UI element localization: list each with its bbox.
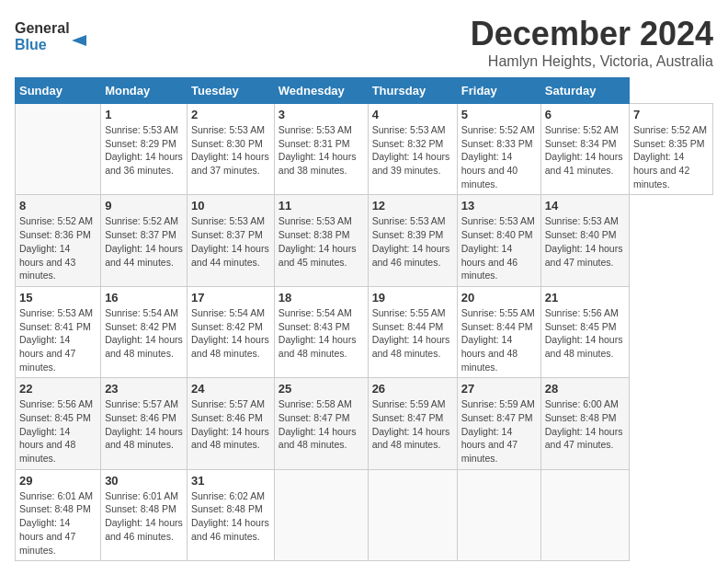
- calendar-cell: 26 Sunrise: 5:59 AM Sunset: 8:47 PM Dayl…: [368, 378, 457, 469]
- day-info: Sunrise: 5:56 AM Sunset: 8:45 PM Dayligh…: [19, 397, 97, 465]
- col-header-wednesday: Wednesday: [274, 78, 368, 104]
- day-info: Sunrise: 6:01 AM Sunset: 8:48 PM Dayligh…: [19, 489, 97, 557]
- calendar-cell: 5 Sunrise: 5:52 AM Sunset: 8:33 PM Dayli…: [457, 104, 540, 195]
- day-number: 20: [461, 291, 537, 304]
- day-info: Sunrise: 6:01 AM Sunset: 8:48 PM Dayligh…: [105, 489, 183, 544]
- calendar-cell: [540, 469, 629, 560]
- day-number: 14: [545, 199, 625, 213]
- day-number: 16: [105, 291, 183, 304]
- col-header-saturday: Saturday: [540, 78, 629, 104]
- day-info: Sunrise: 5:54 AM Sunset: 8:42 PM Dayligh…: [105, 306, 183, 361]
- calendar-cell: 27 Sunrise: 5:59 AM Sunset: 8:47 PM Dayl…: [457, 378, 540, 469]
- calendar-cell: 31 Sunrise: 6:02 AM Sunset: 8:48 PM Dayl…: [188, 469, 275, 560]
- day-number: 29: [19, 474, 97, 488]
- day-number: 7: [633, 108, 709, 121]
- calendar-cell: [16, 104, 101, 195]
- day-info: Sunrise: 5:53 AM Sunset: 8:41 PM Dayligh…: [19, 306, 97, 373]
- day-number: 17: [191, 291, 270, 304]
- calendar-week-1: 1 Sunrise: 5:53 AM Sunset: 8:29 PM Dayli…: [16, 104, 713, 195]
- calendar-cell: 22 Sunrise: 5:56 AM Sunset: 8:45 PM Dayl…: [16, 378, 101, 469]
- calendar-week-5: 29 Sunrise: 6:01 AM Sunset: 8:48 PM Dayl…: [16, 469, 713, 560]
- day-info: Sunrise: 5:59 AM Sunset: 8:47 PM Dayligh…: [461, 397, 537, 465]
- calendar-cell: 4 Sunrise: 5:53 AM Sunset: 8:32 PM Dayli…: [368, 104, 457, 195]
- calendar-cell: [368, 469, 457, 560]
- day-number: 2: [191, 108, 270, 121]
- day-info: Sunrise: 5:53 AM Sunset: 8:32 PM Dayligh…: [372, 123, 453, 178]
- day-info: Sunrise: 5:53 AM Sunset: 8:40 PM Dayligh…: [461, 214, 537, 282]
- day-info: Sunrise: 5:53 AM Sunset: 8:37 PM Dayligh…: [191, 214, 270, 269]
- day-info: Sunrise: 5:53 AM Sunset: 8:38 PM Dayligh…: [279, 214, 364, 269]
- day-info: Sunrise: 5:54 AM Sunset: 8:42 PM Dayligh…: [191, 306, 270, 361]
- day-info: Sunrise: 5:53 AM Sunset: 8:29 PM Dayligh…: [105, 123, 183, 178]
- day-number: 1: [105, 108, 183, 121]
- col-header-monday: Monday: [101, 78, 188, 104]
- calendar-cell: 6 Sunrise: 5:52 AM Sunset: 8:34 PM Dayli…: [540, 104, 629, 195]
- day-number: 13: [461, 199, 537, 213]
- day-info: Sunrise: 6:00 AM Sunset: 8:48 PM Dayligh…: [545, 397, 625, 452]
- calendar-cell: 23 Sunrise: 5:57 AM Sunset: 8:46 PM Dayl…: [101, 378, 188, 469]
- day-number: 18: [279, 291, 364, 304]
- day-number: 19: [372, 291, 453, 304]
- calendar-cell: 9 Sunrise: 5:52 AM Sunset: 8:37 PM Dayli…: [101, 195, 188, 286]
- svg-text:General: General: [15, 20, 70, 36]
- calendar-cell: [274, 469, 368, 560]
- calendar-cell: 10 Sunrise: 5:53 AM Sunset: 8:37 PM Dayl…: [188, 195, 275, 286]
- day-number: 26: [372, 382, 453, 396]
- day-info: Sunrise: 5:56 AM Sunset: 8:45 PM Dayligh…: [545, 306, 625, 361]
- calendar-cell: 7 Sunrise: 5:52 AM Sunset: 8:35 PM Dayli…: [629, 104, 712, 195]
- calendar-cell: 15 Sunrise: 5:53 AM Sunset: 8:41 PM Dayl…: [16, 286, 101, 377]
- day-info: Sunrise: 6:02 AM Sunset: 8:48 PM Dayligh…: [191, 489, 270, 544]
- day-number: 24: [191, 382, 270, 396]
- day-number: 5: [461, 108, 537, 121]
- day-number: 23: [105, 382, 183, 396]
- day-number: 21: [545, 291, 625, 304]
- calendar-cell: 3 Sunrise: 5:53 AM Sunset: 8:31 PM Dayli…: [274, 104, 368, 195]
- calendar-cell: 19 Sunrise: 5:55 AM Sunset: 8:44 PM Dayl…: [368, 286, 457, 377]
- col-header-thursday: Thursday: [368, 78, 457, 104]
- day-info: Sunrise: 5:52 AM Sunset: 8:34 PM Dayligh…: [545, 123, 625, 178]
- calendar-cell: 17 Sunrise: 5:54 AM Sunset: 8:42 PM Dayl…: [188, 286, 275, 377]
- calendar-cell: 20 Sunrise: 5:55 AM Sunset: 8:44 PM Dayl…: [457, 286, 540, 377]
- day-number: 28: [545, 382, 625, 396]
- calendar-cell: 8 Sunrise: 5:52 AM Sunset: 8:36 PM Dayli…: [16, 195, 101, 286]
- calendar-cell: 30 Sunrise: 6:01 AM Sunset: 8:48 PM Dayl…: [101, 469, 188, 560]
- calendar-cell: 12 Sunrise: 5:53 AM Sunset: 8:39 PM Dayl…: [368, 195, 457, 286]
- calendar-cell: 25 Sunrise: 5:58 AM Sunset: 8:47 PM Dayl…: [274, 378, 368, 469]
- calendar-week-3: 15 Sunrise: 5:53 AM Sunset: 8:41 PM Dayl…: [16, 286, 713, 377]
- day-info: Sunrise: 5:57 AM Sunset: 8:46 PM Dayligh…: [105, 397, 183, 452]
- logo: General Blue: [15, 15, 88, 60]
- day-info: Sunrise: 5:53 AM Sunset: 8:40 PM Dayligh…: [545, 214, 625, 269]
- svg-text:Blue: Blue: [15, 37, 47, 52]
- day-number: 27: [461, 382, 537, 396]
- day-info: Sunrise: 5:55 AM Sunset: 8:44 PM Dayligh…: [372, 306, 453, 361]
- calendar-cell: 18 Sunrise: 5:54 AM Sunset: 8:43 PM Dayl…: [274, 286, 368, 377]
- calendar-cell: 13 Sunrise: 5:53 AM Sunset: 8:40 PM Dayl…: [457, 195, 540, 286]
- day-number: 11: [279, 199, 364, 213]
- col-header-friday: Friday: [457, 78, 540, 104]
- calendar-week-4: 22 Sunrise: 5:56 AM Sunset: 8:45 PM Dayl…: [16, 378, 713, 469]
- day-info: Sunrise: 5:52 AM Sunset: 8:33 PM Dayligh…: [461, 123, 537, 190]
- day-number: 31: [191, 474, 270, 488]
- day-number: 9: [105, 199, 183, 213]
- day-info: Sunrise: 5:52 AM Sunset: 8:36 PM Dayligh…: [19, 214, 97, 282]
- title-area: December 2024 Hamlyn Heights, Victoria, …: [471, 15, 713, 70]
- calendar-cell: 28 Sunrise: 6:00 AM Sunset: 8:48 PM Dayl…: [540, 378, 629, 469]
- day-info: Sunrise: 5:54 AM Sunset: 8:43 PM Dayligh…: [279, 306, 364, 361]
- calendar-cell: 11 Sunrise: 5:53 AM Sunset: 8:38 PM Dayl…: [274, 195, 368, 286]
- day-number: 4: [372, 108, 453, 121]
- calendar-table: SundayMondayTuesdayWednesdayThursdayFrid…: [15, 77, 713, 561]
- calendar-cell: 16 Sunrise: 5:54 AM Sunset: 8:42 PM Dayl…: [101, 286, 188, 377]
- calendar-cell: 1 Sunrise: 5:53 AM Sunset: 8:29 PM Dayli…: [101, 104, 188, 195]
- day-number: 30: [105, 474, 183, 488]
- day-number: 12: [372, 199, 453, 213]
- page-header: General Blue December 2024 Hamlyn Height…: [15, 15, 713, 70]
- day-info: Sunrise: 5:57 AM Sunset: 8:46 PM Dayligh…: [191, 397, 270, 452]
- day-number: 3: [279, 108, 364, 121]
- day-info: Sunrise: 5:58 AM Sunset: 8:47 PM Dayligh…: [279, 397, 364, 452]
- calendar-cell: 24 Sunrise: 5:57 AM Sunset: 8:46 PM Dayl…: [188, 378, 275, 469]
- svg-marker-2: [72, 35, 86, 46]
- day-number: 15: [19, 291, 97, 304]
- day-number: 25: [279, 382, 364, 396]
- calendar-cell: 21 Sunrise: 5:56 AM Sunset: 8:45 PM Dayl…: [540, 286, 629, 377]
- col-header-tuesday: Tuesday: [188, 78, 275, 104]
